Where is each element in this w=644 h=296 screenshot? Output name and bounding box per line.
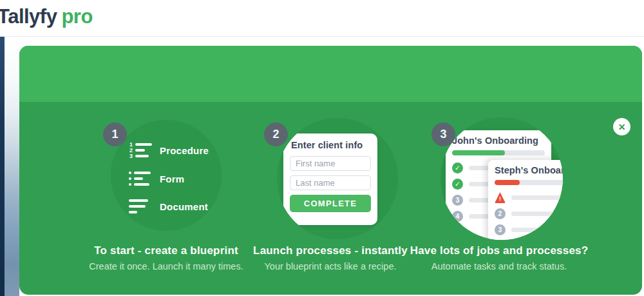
warning-triangle-icon: ! xyxy=(495,192,506,203)
progress-bar xyxy=(452,150,545,155)
check-icon: ✓ xyxy=(452,163,463,173)
step-title: Have lots of jobs and processes? xyxy=(406,244,592,257)
last-name-input[interactable] xyxy=(290,175,371,190)
complete-button[interactable]: COMPLETE xyxy=(290,195,371,212)
process-card-steph: Steph's Onboarding ! 2 3 xyxy=(488,160,563,240)
blueprint-type-label: Procedure xyxy=(160,145,209,156)
task-row: 3 xyxy=(495,224,563,235)
step-3-caption: Have lots of jobs and processes? Automat… xyxy=(406,244,592,271)
panel-top-band xyxy=(19,46,642,102)
numbered-list-icon: 1 2 3 xyxy=(129,143,156,158)
step-title: To start - create a blueprint xyxy=(77,244,255,257)
blueprint-type-form: Form xyxy=(129,168,184,190)
progress-bar xyxy=(495,180,563,185)
task-row: ! xyxy=(495,192,563,203)
step-1-badge: 1 xyxy=(103,123,127,146)
page: Tallyfypro ✕ 1 2 3 1 2 3 Procedure xyxy=(0,0,644,296)
task-list: ! 2 3 xyxy=(495,192,563,235)
task-row: 2 xyxy=(495,208,563,219)
text-lines-icon xyxy=(129,199,156,214)
blueprint-type-procedure: 1 2 3 Procedure xyxy=(129,139,209,161)
step-2-caption: Launch processes - instantly Your bluepr… xyxy=(243,244,418,271)
background-image-strip xyxy=(5,37,19,296)
blueprint-type-document: Document xyxy=(129,195,208,217)
task-number-badge: 4 xyxy=(452,211,463,222)
progress-fill xyxy=(452,150,505,155)
app-header: Tallyfypro xyxy=(0,0,644,37)
close-button[interactable]: ✕ xyxy=(613,118,630,135)
background-edge-bar xyxy=(0,32,5,296)
step-subtitle: Your blueprint acts like a recipe. xyxy=(243,261,418,271)
blueprint-type-label: Form xyxy=(160,173,184,184)
launch-form-illustration: Enter client info COMPLETE xyxy=(277,118,398,239)
blueprint-illustration: 1 2 3 Procedure Form xyxy=(111,120,222,231)
progress-fill xyxy=(495,180,520,185)
process-card-title: John's Onboarding xyxy=(452,135,545,146)
process-card-title: Steph's Onboarding xyxy=(495,165,563,175)
client-info-card: Enter client info COMPLETE xyxy=(283,133,377,225)
first-name-input[interactable] xyxy=(290,156,371,171)
brand-suffix: pro xyxy=(61,5,92,28)
brand-name: Tallyfy xyxy=(0,5,57,28)
close-icon: ✕ xyxy=(618,123,626,132)
step-3-badge: 3 xyxy=(431,123,455,146)
step-subtitle: Automate tasks and track status. xyxy=(406,261,592,271)
blueprint-type-label: Document xyxy=(160,201,208,212)
brand-logo[interactable]: Tallyfypro xyxy=(0,5,93,28)
task-number-badge: 2 xyxy=(495,208,506,219)
onboarding-panel: ✕ 1 2 3 1 2 3 Procedure Form xyxy=(19,46,642,295)
check-icon: ✓ xyxy=(452,179,463,190)
client-info-title: Enter client info xyxy=(291,140,371,150)
task-number-badge: 3 xyxy=(495,224,506,235)
step-subtitle: Create it once. Launch it many times. xyxy=(77,261,255,271)
bullet-list-icon xyxy=(129,172,156,186)
task-number-badge: 3 xyxy=(452,195,463,206)
step-1-caption: To start - create a blueprint Create it … xyxy=(77,244,255,271)
processes-illustration: John's Onboarding ✓ ✓ 3 4 xyxy=(440,117,563,240)
step-2-badge: 2 xyxy=(264,123,288,146)
step-title: Launch processes - instantly xyxy=(243,244,418,257)
